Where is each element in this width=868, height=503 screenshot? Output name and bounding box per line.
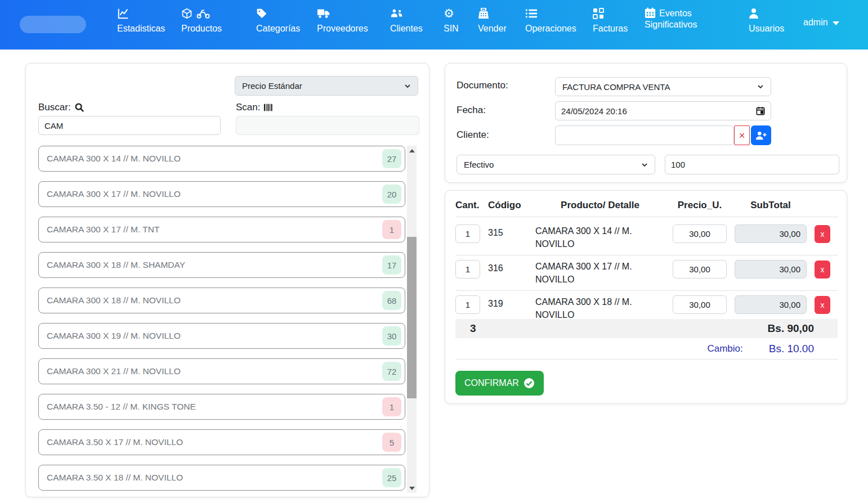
search-input[interactable] xyxy=(38,116,221,135)
nav-item-vender[interactable]: Vender xyxy=(478,7,507,34)
qty-input[interactable] xyxy=(455,260,480,279)
nav-item-categorias[interactable]: Categorías xyxy=(256,7,300,34)
product-item[interactable]: CAMARA 3.50 X 18 // M. NOVILLO 25 xyxy=(38,465,405,491)
product-detail: CAMARA 300 X 18 // M. NOVILLO xyxy=(535,295,648,321)
product-name: CAMARA 300 X 18 // M. NOVILLO xyxy=(47,295,181,306)
confirm-button[interactable]: CONFIRMAR xyxy=(455,371,544,396)
unit-price-input[interactable] xyxy=(673,260,727,279)
change-label: Cambio: xyxy=(707,343,742,354)
barcode-icon xyxy=(263,103,274,112)
product-detail: CAMARA 300 X 17 // M. NOVILLO xyxy=(535,260,648,286)
scrollbar-up-button[interactable] xyxy=(407,146,417,155)
product-name: CAMARA 300 X 18 // M. SHAMDAY xyxy=(47,260,185,270)
client-clear-button[interactable]: ✕ xyxy=(734,125,750,145)
top-navbar: Estadisticas Productos Categorías Provee… xyxy=(0,0,868,50)
stock-badge: 68 xyxy=(382,291,401,310)
subtotal-output xyxy=(735,260,807,279)
product-item[interactable]: CAMARA 3.50 - 12 // M. KINGS TONE 1 xyxy=(38,394,405,420)
tag-icon xyxy=(256,7,267,20)
cart-row: 316 CAMARA 300 X 17 // M. NOVILLO x xyxy=(455,255,838,291)
nav-item-operaciones[interactable]: Operaciones xyxy=(525,7,576,34)
product-item[interactable]: CAMARA 300 X 14 // M. NOVILLO 27 xyxy=(38,146,405,172)
product-search-panel: Precio Estándar Buscar: Scan: CAMARA 300… xyxy=(25,63,429,497)
nav-item-productos[interactable]: Productos xyxy=(181,7,222,34)
nav-item-clientes[interactable]: Clientes xyxy=(390,7,423,34)
price-list-select[interactable]: Precio Estándar xyxy=(235,76,418,96)
change-value: Bs. 10.00 xyxy=(769,343,814,355)
product-item[interactable]: CAMARA 300 X 18 // M. SHAMDAY 17 xyxy=(38,252,405,278)
scrollbar-thumb[interactable] xyxy=(407,237,417,398)
date-input[interactable]: 24/05/2024 20:16 xyxy=(555,101,771,120)
document-type-select[interactable]: FACTURA COMPRA VENTA xyxy=(555,77,771,96)
client-add-button[interactable] xyxy=(751,125,771,145)
product-name: CAMARA 300 X 19 // M. NOVILLO xyxy=(47,331,181,341)
person-icon xyxy=(749,7,759,20)
x-icon: ✕ xyxy=(739,131,745,140)
product-item[interactable]: CAMARA 300 X 17 // M. TNT 1 xyxy=(38,217,405,242)
user-menu-admin[interactable]: admin xyxy=(803,17,839,28)
payment-method-value: Efectivo xyxy=(464,160,494,169)
remove-row-button[interactable]: x xyxy=(815,296,830,314)
remove-row-button[interactable]: x xyxy=(815,261,830,279)
amount-paid-input[interactable] xyxy=(665,155,839,174)
brand-logo-pill xyxy=(20,16,86,33)
total-quantity: 3 xyxy=(470,322,476,335)
scrollbar-track[interactable] xyxy=(407,146,417,493)
search-label: Buscar: xyxy=(38,102,84,113)
nav-item-sin[interactable]: ⚙ SIN xyxy=(444,7,459,34)
nav-item-eventos-significativos[interactable]: Eventos Significativos xyxy=(645,7,719,30)
nav-item-proveedores[interactable]: Proveedores xyxy=(317,7,368,34)
totals-row: 3 Bs. 90,00 xyxy=(455,319,838,338)
scrollbar-down-button[interactable] xyxy=(407,483,417,493)
chevron-down-icon xyxy=(641,161,648,168)
calendar-icon[interactable] xyxy=(756,106,765,115)
qty-input[interactable] xyxy=(455,224,480,243)
stock-badge: 27 xyxy=(382,149,401,168)
product-code: 319 xyxy=(488,295,527,309)
payment-method-select[interactable]: Efectivo xyxy=(457,155,655,174)
nav-item-usuarios[interactable]: Usuarios xyxy=(749,7,784,34)
cart-panel: Cant. Código Producto/ Detalle Precio_U.… xyxy=(445,190,847,404)
product-name: CAMARA 3.50 - 12 // M. KINGS TONE xyxy=(47,402,196,412)
product-name: CAMARA 300 X 17 // M. NOVILLO xyxy=(47,189,181,199)
qty-input[interactable] xyxy=(455,295,480,314)
header-codigo: Código xyxy=(488,200,527,211)
motorcycle-icon xyxy=(196,8,211,19)
product-item[interactable]: CAMARA 3.50 X 17 // M. NOVILLO 5 xyxy=(38,429,405,455)
total-amount: Bs. 90,00 xyxy=(768,322,814,335)
scan-input[interactable] xyxy=(236,116,419,135)
change-row: Cambio: Bs. 10.00 xyxy=(455,338,838,360)
document-label: Documento: xyxy=(457,80,508,91)
chevron-down-icon xyxy=(833,21,839,25)
client-input[interactable] xyxy=(555,125,734,145)
header-subtotal: SubTotal xyxy=(735,200,807,211)
check-circle-icon xyxy=(524,378,535,389)
product-item[interactable]: CAMARA 300 X 21 // M. NOVILLO 72 xyxy=(38,358,405,384)
nav-item-facturas[interactable]: Facturas xyxy=(593,7,628,34)
product-item[interactable]: CAMARA 300 X 18 // M. NOVILLO 68 xyxy=(38,288,405,313)
unit-price-input[interactable] xyxy=(673,224,727,243)
nav-item-estadisticas[interactable]: Estadisticas xyxy=(117,7,165,34)
gear-icon: ⚙ xyxy=(444,7,454,20)
header-producto: Producto/ Detalle xyxy=(535,200,665,211)
product-item[interactable]: CAMARA 300 X 17 // M. NOVILLO 20 xyxy=(38,181,405,207)
header-precio: Precio_U. xyxy=(673,200,727,211)
remove-row-button[interactable]: x xyxy=(815,225,830,243)
chevron-down-icon xyxy=(404,83,411,89)
product-detail: CAMARA 300 X 14 // M. NOVILLO xyxy=(535,224,648,250)
cart-rows: 315 CAMARA 300 X 14 // M. NOVILLO x 316 … xyxy=(455,220,838,326)
client-label: Cliente: xyxy=(457,129,489,141)
scan-label: Scan: xyxy=(236,102,274,113)
nav-label: Vender xyxy=(478,23,507,34)
calendar-icon xyxy=(645,7,656,19)
stock-badge: 5 xyxy=(382,433,401,452)
search-icon xyxy=(74,102,84,113)
nav-label: Productos xyxy=(181,23,222,34)
price-list-select-value: Precio Estándar xyxy=(242,81,302,91)
unit-price-input[interactable] xyxy=(673,295,727,314)
product-item[interactable]: CAMARA 300 X 19 // M. NOVILLO 30 xyxy=(38,323,405,349)
stock-badge: 17 xyxy=(382,255,401,275)
sale-header-panel: Documento: FACTURA COMPRA VENTA Fecha: 2… xyxy=(445,63,847,183)
user-menu-label: admin xyxy=(803,17,828,28)
product-name: CAMARA 3.50 X 18 // M. NOVILLO xyxy=(47,473,183,483)
